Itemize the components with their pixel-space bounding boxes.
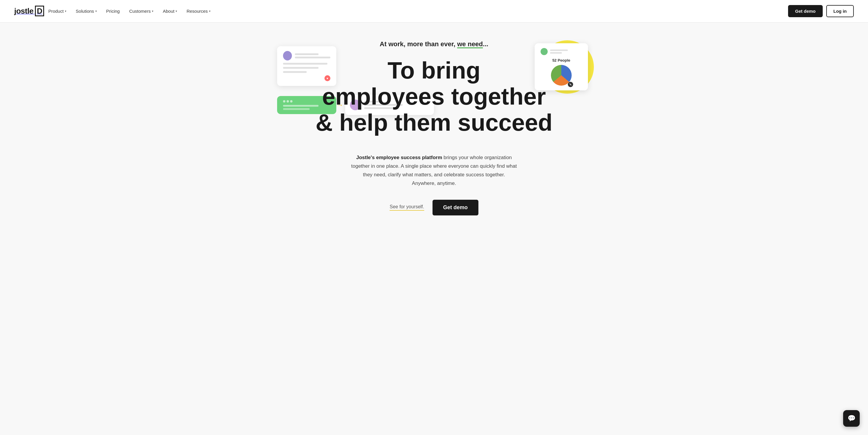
heading-line2: employees together <box>322 83 546 110</box>
tagline-highlight: we need <box>457 40 483 48</box>
nav-item-resources[interactable]: Resources ▾ <box>182 6 215 16</box>
logo-symbol: D <box>35 6 44 16</box>
nav-item-pricing[interactable]: Pricing <box>102 6 124 16</box>
logo-text: jostle <box>14 6 33 16</box>
chevron-down-icon: ▾ <box>176 9 177 13</box>
chevron-down-icon: ▾ <box>152 9 153 13</box>
hero-heading: To bring employees together & help them … <box>283 57 585 136</box>
chart-line <box>550 52 562 54</box>
nav-item-solutions[interactable]: Solutions ▾ <box>72 6 101 16</box>
nav-ctas: Get demo Log in <box>788 5 854 17</box>
chart-card-header <box>540 48 582 55</box>
tagline-post: ... <box>483 40 488 48</box>
nav-item-product[interactable]: Product ▾ <box>44 6 70 16</box>
chat-icon: 💬 <box>847 414 856 422</box>
hero-get-demo-button[interactable]: Get demo <box>433 200 478 215</box>
see-for-yourself-link[interactable]: See for yourself. <box>390 204 424 211</box>
chevron-down-icon: ▾ <box>65 9 66 13</box>
hero-cta-row: See for yourself. Get demo <box>283 200 585 215</box>
logo[interactable]: jostle D <box>14 6 44 16</box>
heading-line1: To bring <box>388 57 480 84</box>
hero-body: Jostle's employee success platform bring… <box>351 153 517 188</box>
chart-label-lines <box>550 50 568 54</box>
card-line <box>295 53 318 55</box>
navbar: jostle D Product ▾ Solutions ▾ Pricing C… <box>0 0 868 23</box>
nav-login-button[interactable]: Log in <box>826 5 854 17</box>
chevron-down-icon: ▾ <box>209 9 211 13</box>
hero-body-bold: Jostle's employee success platform <box>356 155 442 160</box>
nav-item-about[interactable]: About ▾ <box>159 6 181 16</box>
avatar <box>540 48 548 55</box>
chat-widget[interactable]: 💬 <box>843 410 860 427</box>
hero-container: At work, more than ever, we need... To b… <box>271 23 597 239</box>
chart-line <box>550 50 568 51</box>
chevron-down-icon: ▾ <box>95 9 97 13</box>
nav-item-customers[interactable]: Customers ▾ <box>125 6 157 16</box>
nav-get-demo-button[interactable]: Get demo <box>788 5 823 17</box>
hero-section: At work, more than ever, we need... To b… <box>0 23 868 239</box>
nav-links: Product ▾ Solutions ▾ Pricing Customers … <box>44 6 788 16</box>
heading-line3: & help them succeed <box>316 109 552 136</box>
